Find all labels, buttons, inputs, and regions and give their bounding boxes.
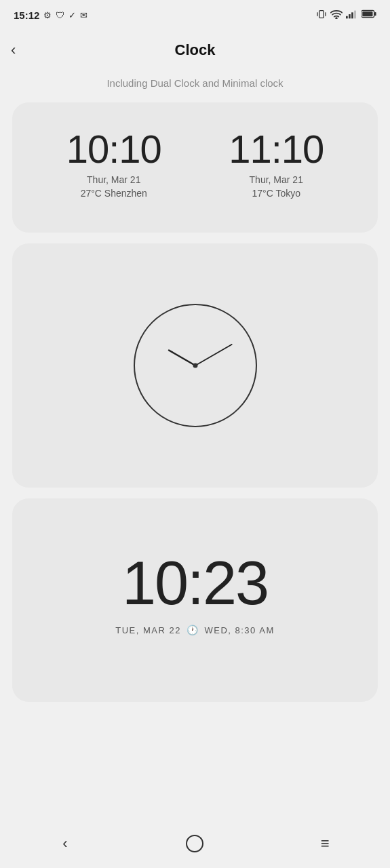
svg-rect-4 bbox=[351, 12, 353, 18]
svg-point-1 bbox=[336, 18, 337, 19]
alarm-icon: 🕐 bbox=[187, 625, 199, 635]
bottom-navigation: ‹ ≡ bbox=[0, 819, 390, 868]
dual-clock-card[interactable]: 10:10 Thur, Mar 21 27°C Shenzhen 11:10 T… bbox=[12, 102, 378, 233]
svg-rect-0 bbox=[319, 10, 324, 18]
clock1-weather: 27°C Shenzhen bbox=[81, 188, 147, 199]
digital-time: 10:23 bbox=[122, 553, 268, 614]
nav-home-icon bbox=[186, 835, 203, 852]
clock2-weather: 17°C Tokyo bbox=[252, 188, 301, 199]
nav-menu-button[interactable]: ≡ bbox=[305, 829, 345, 859]
svg-rect-2 bbox=[346, 16, 348, 18]
cards-container: 10:10 Thur, Mar 21 27°C Shenzhen 11:10 T… bbox=[0, 102, 390, 819]
nav-menu-icon: ≡ bbox=[321, 835, 330, 852]
page-subtitle: Including Dual Clock and Minimal clock bbox=[0, 77, 390, 89]
nav-home-button[interactable] bbox=[174, 829, 215, 859]
analog-clock-card[interactable] bbox=[12, 243, 378, 488]
nav-back-icon: ‹ bbox=[62, 835, 67, 852]
svg-rect-7 bbox=[374, 12, 376, 16]
wifi-icon bbox=[330, 9, 343, 21]
digital-info-row: TUE, MAR 22 🕐 WED, 8:30 AM bbox=[115, 625, 274, 635]
status-time: 15:12 bbox=[14, 9, 39, 21]
analog-clock bbox=[128, 298, 263, 433]
signal-icon bbox=[346, 9, 358, 21]
clock-column-1: 10:10 Thur, Mar 21 27°C Shenzhen bbox=[66, 130, 161, 199]
clock1-date: Thur, Mar 21 bbox=[87, 174, 140, 185]
check-status-icon: ✓ bbox=[69, 10, 76, 20]
clock2-date: Thur, Mar 21 bbox=[250, 174, 303, 185]
nav-back-button[interactable]: ‹ bbox=[45, 829, 85, 859]
page-title: Clock bbox=[175, 41, 216, 59]
clock2-time: 11:10 bbox=[229, 130, 324, 169]
clock1-time: 10:10 bbox=[66, 130, 161, 169]
mail-status-icon: ✉ bbox=[80, 10, 87, 20]
vibrate-icon bbox=[316, 9, 327, 22]
clock-column-2: 11:10 Thur, Mar 21 17°C Tokyo bbox=[229, 130, 324, 199]
battery-icon bbox=[362, 9, 376, 20]
svg-rect-5 bbox=[354, 10, 356, 18]
digital-clock-card[interactable]: 10:23 TUE, MAR 22 🕐 WED, 8:30 AM bbox=[12, 498, 378, 702]
back-button[interactable]: ‹ bbox=[11, 39, 22, 62]
header: ‹ Clock bbox=[0, 30, 390, 71]
gear-status-icon: ⚙ bbox=[43, 10, 52, 20]
svg-point-12 bbox=[193, 363, 197, 368]
svg-rect-3 bbox=[349, 14, 351, 18]
digital-date-right: WED, 8:30 AM bbox=[204, 625, 274, 635]
digital-date-left: TUE, MAR 22 bbox=[115, 625, 181, 635]
shield1-status-icon: 🛡 bbox=[56, 10, 64, 20]
svg-rect-8 bbox=[362, 12, 372, 17]
status-bar: 15:12 ⚙ 🛡 ✓ ✉ bbox=[0, 0, 390, 30]
